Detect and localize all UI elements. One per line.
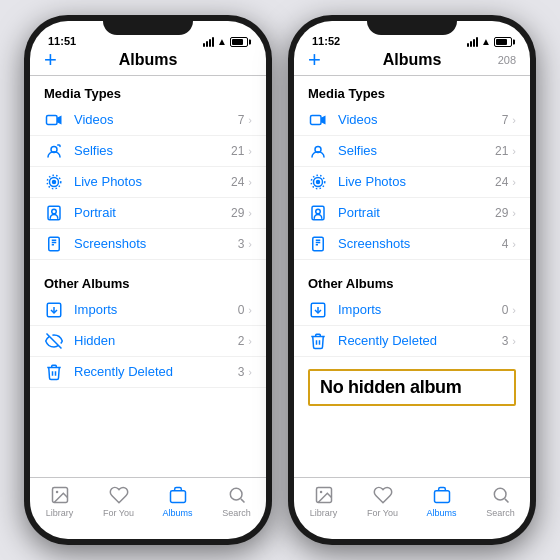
add-button-left[interactable]: + [44,49,57,71]
chevron-icon: › [248,304,252,316]
trash-icon [308,331,328,351]
tab-library-left[interactable]: Library [30,484,89,518]
tab-search-right[interactable]: Search [471,484,530,518]
library-tab-icon [49,484,71,506]
time-left: 11:51 [48,35,76,47]
chevron-icon: › [248,207,252,219]
list-item[interactable]: Imports 0 › [30,295,266,326]
list-item[interactable]: Selfies 21 › [294,136,530,167]
tab-label: Search [222,508,251,518]
video-icon [308,110,328,130]
item-label: Live Photos [74,174,231,189]
foryou-tab-icon [108,484,130,506]
svg-point-18 [230,488,242,500]
albums-tab-icon [431,484,453,506]
tab-foryou-right[interactable]: For You [353,484,412,518]
section-other-albums-right: Other Albums [294,274,530,295]
svg-point-3 [52,179,57,184]
video-icon [44,110,64,130]
chevron-icon: › [512,114,516,126]
item-label: Videos [74,112,238,127]
nav-title-right: Albums [383,51,442,69]
tab-library-right[interactable]: Library [294,484,353,518]
list-item[interactable]: Hidden 2 › [30,326,266,357]
phone-right: 11:52 ▲ + Albums 208 [288,15,536,545]
svg-rect-0 [47,115,58,124]
chevron-icon: › [248,145,252,157]
item-count: 21 [231,144,244,158]
nav-title-left: Albums [119,51,178,69]
list-item[interactable]: Live Photos 24 › [294,167,530,198]
tab-label: Library [46,508,74,518]
notch-left [103,15,193,35]
svg-line-38 [504,499,508,503]
item-label: Selfies [338,143,495,158]
list-item[interactable]: Videos 7 › [30,105,266,136]
selfie-icon [308,141,328,161]
battery-left [230,37,248,47]
list-item[interactable]: Screenshots 3 › [30,229,266,260]
item-count: 2 [238,334,245,348]
chevron-icon: › [512,145,516,157]
item-count: 0 [238,303,245,317]
svg-rect-36 [434,491,449,503]
notch-right [367,15,457,35]
item-count: 3 [238,237,245,251]
tab-label: Albums [426,508,456,518]
tab-label: Albums [162,508,192,518]
tab-search-left[interactable]: Search [207,484,266,518]
list-item[interactable]: Imports 0 › [294,295,530,326]
tab-albums-right[interactable]: Albums [412,484,471,518]
item-label: Screenshots [74,236,238,251]
svg-point-23 [316,179,321,184]
tab-bar-left: Library For You Albums [30,477,266,539]
item-count: 21 [495,144,508,158]
tab-bar-right: Library For You Albums [294,477,530,539]
item-count: 4 [502,237,509,251]
tab-label: For You [367,508,398,518]
albums-tab-icon [167,484,189,506]
item-count: 29 [231,206,244,220]
signal-left [203,37,214,47]
portrait-icon [308,203,328,223]
svg-point-16 [55,491,58,494]
item-label: Recently Deleted [338,333,502,348]
screenshots-icon [44,234,64,254]
add-button-right[interactable]: + [308,49,321,71]
tab-label: Search [486,508,515,518]
annotation-box: No hidden album [308,369,516,406]
list-item[interactable]: Portrait 29 › [294,198,530,229]
item-count: 24 [231,175,244,189]
annotation-text: No hidden album [320,377,462,397]
chevron-icon: › [248,335,252,347]
tab-albums-left[interactable]: Albums [148,484,207,518]
list-item[interactable]: Portrait 29 › [30,198,266,229]
list-item[interactable]: Selfies 21 › [30,136,266,167]
chevron-icon: › [512,335,516,347]
wifi-right: ▲ [481,36,491,47]
phone-left: 11:51 ▲ + Albums Media T [24,15,272,545]
screenshots-icon [308,234,328,254]
screen-left: 11:51 ▲ + Albums Media T [30,21,266,539]
svg-point-7 [52,209,57,214]
item-label: Imports [338,302,502,317]
content-left: Media Types Videos 7 › Sel [30,76,266,478]
list-item[interactable]: Screenshots 4 › [294,229,530,260]
item-label: Selfies [74,143,231,158]
time-right: 11:52 [312,35,340,47]
list-item[interactable]: Recently Deleted 3 › [30,357,266,388]
list-item[interactable]: Videos 7 › [294,105,530,136]
search-tab-icon [490,484,512,506]
chevron-icon: › [248,176,252,188]
portrait-icon [44,203,64,223]
item-count: 0 [502,303,509,317]
nav-header-left: + Albums [30,49,266,75]
wifi-left: ▲ [217,36,227,47]
tab-foryou-left[interactable]: For You [89,484,148,518]
svg-rect-17 [170,491,185,503]
list-item[interactable]: Recently Deleted 3 › [294,326,530,357]
status-icons-left: ▲ [203,36,248,47]
list-item[interactable]: Live Photos 24 › [30,167,266,198]
library-tab-icon [313,484,335,506]
search-tab-icon [226,484,248,506]
